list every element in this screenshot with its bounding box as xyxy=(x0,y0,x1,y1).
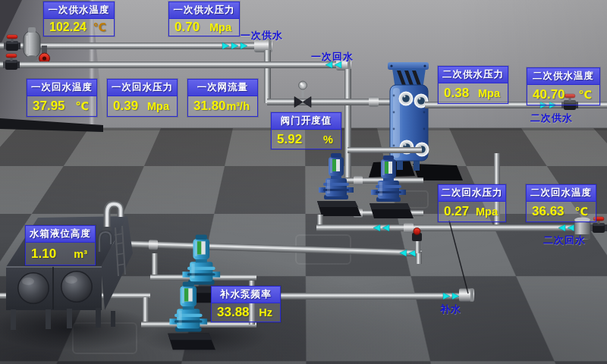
panel-title: 阀门开度值 xyxy=(272,113,341,130)
pipe-hex-inlet xyxy=(267,97,404,107)
panel-unit: Mpa xyxy=(478,87,502,99)
pipe-label-primary-return: 一次回水 xyxy=(311,50,354,64)
pipe-secondary-return xyxy=(316,223,607,233)
panel-title: 二次供水压力 xyxy=(439,67,508,83)
panel-secondary-supply-temp: 二次供水温度 40.70℃ xyxy=(527,67,600,105)
panel-unit: ℃ xyxy=(578,89,594,101)
hmi-scada-screen: 一次供水温度 102.24℃ 一次供水压力 0.70Mpa 一次回水温度 37.… xyxy=(0,0,607,364)
pipe-makeup-water xyxy=(250,289,474,302)
panel-unit: Mpa xyxy=(476,206,500,218)
panel-secondary-return-pressure: 二次回水压力 0.27Mpa xyxy=(438,184,506,222)
panel-title: 一次回水温度 xyxy=(27,80,96,96)
valve-primary-supply[interactable] xyxy=(4,35,20,51)
valve-primary-return[interactable] xyxy=(3,54,20,70)
pipe-label-secondary-supply: 二次供水 xyxy=(530,111,573,125)
panel-unit: m³ xyxy=(74,248,90,260)
panel-primary-return-pressure: 一次回水压力 0.39Mpa xyxy=(107,79,178,117)
panel-unit: Hz xyxy=(259,306,275,318)
panel-unit: % xyxy=(323,133,335,146)
equipment-layer xyxy=(0,0,607,364)
panel-title: 一次网流量 xyxy=(188,80,257,96)
panel-value: 31.80 xyxy=(193,99,226,114)
panel-title: 补水泵频率 xyxy=(212,287,280,303)
panel-value: 33.88 xyxy=(217,305,250,320)
pipe-label-primary-supply: 一次供水 xyxy=(241,29,283,42)
panel-primary-return-temp: 一次回水温度 37.95℃ xyxy=(27,79,97,117)
panel-value: 5.92 xyxy=(277,132,302,147)
panel-title: 二次回水温度 xyxy=(527,185,596,202)
panel-primary-supply-pressure: 一次供水压力 0.70Mpa xyxy=(168,2,240,36)
panel-valve-opening: 阀门开度值 5.92% xyxy=(271,112,341,149)
panel-secondary-return-temp: 二次回水温度 36.63℃ xyxy=(526,184,596,222)
panel-unit: ℃ xyxy=(93,21,109,33)
panel-secondary-supply-pressure: 二次供水压力 0.38Mpa xyxy=(438,66,508,104)
panel-value: 0.27 xyxy=(444,204,469,219)
panel-value: 37.95 xyxy=(33,99,65,114)
air-separator-filter xyxy=(24,27,40,61)
pipe-label-secondary-return: 二次回水 xyxy=(543,234,586,247)
panel-title: 水箱液位高度 xyxy=(26,226,95,243)
panel-tank-level: 水箱液位高度 1.10m³ xyxy=(25,225,96,265)
panel-value: 0.39 xyxy=(113,99,138,114)
panel-primary-supply-temp: 一次供水温度 102.24℃ xyxy=(43,2,115,36)
panel-unit: ℃ xyxy=(75,100,91,112)
panel-unit: Mpa xyxy=(209,21,234,33)
pipe-primary-return xyxy=(0,58,351,71)
pipe-label-makeup-water: 补水 xyxy=(440,303,461,316)
callout-leader-line xyxy=(449,221,468,293)
panel-unit: ℃ xyxy=(574,206,590,218)
panel-title: 一次供水压力 xyxy=(169,2,239,19)
panel-title: 一次供水温度 xyxy=(44,2,114,19)
branch-valve[interactable] xyxy=(412,228,422,254)
pipe-primary-supply xyxy=(0,39,272,52)
panel-title: 一次回水压力 xyxy=(108,80,177,96)
plate-heat-exchanger xyxy=(388,62,429,171)
hex-port xyxy=(400,93,413,105)
tank-manhole xyxy=(17,272,49,304)
panel-title: 二次回水压力 xyxy=(439,185,505,202)
panel-value: 40.70 xyxy=(533,87,565,102)
panel-value: 102.24 xyxy=(49,20,86,34)
panel-value: 1.10 xyxy=(31,246,56,262)
panel-value: 36.63 xyxy=(532,204,565,219)
panel-value: 0.38 xyxy=(444,86,469,101)
panel-unit: m³/h xyxy=(226,100,252,112)
panel-makeup-pump-freq: 补水泵频率 33.88Hz xyxy=(211,286,281,322)
panel-value: 0.70 xyxy=(175,20,200,35)
tank-manhole xyxy=(61,271,93,303)
panel-primary-flow: 一次网流量 31.80m³/h xyxy=(187,79,258,117)
panel-title: 二次供水温度 xyxy=(527,68,599,85)
baseboard xyxy=(0,118,103,132)
panel-unit: Mpa xyxy=(147,100,171,112)
